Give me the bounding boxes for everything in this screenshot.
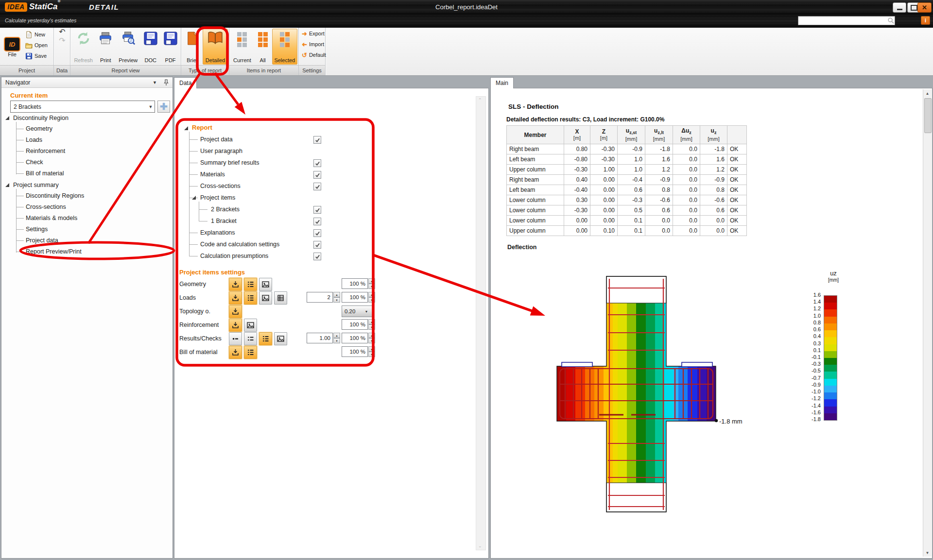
scale-stepper-value[interactable]: 100 % [342,346,368,357]
checkbox-calculation-presumptions[interactable] [313,253,321,260]
minimal-toggle-icon[interactable] [229,332,242,345]
spin-up-icon[interactable]: ▲ [368,346,375,352]
brief-report-button[interactable]: Brief [183,29,202,65]
detailed-report-button[interactable]: Detailed [203,29,228,65]
sidebar-group-discontinuity-region[interactable]: Discontinuity Region [5,112,166,123]
checkbox-materials[interactable] [313,171,321,179]
data-panel-scrollbar[interactable]: ⌃ ⌄ [476,96,486,550]
sidebar-item-check[interactable]: Check [26,157,166,168]
count-stepper-value[interactable]: 1.00 [307,333,333,343]
current-item-dropdown[interactable]: 2 Brackets ▼ [10,101,155,113]
expander-icon[interactable] [184,126,188,130]
spin-down-icon[interactable]: ▼ [368,284,375,289]
checkbox-project-data[interactable] [313,136,321,144]
sidebar-item-materials-models[interactable]: Materials & models [26,213,166,224]
spin-up-icon[interactable]: ▲ [368,333,375,338]
save-button[interactable]: Save [24,51,49,61]
report-tree-item-code-and-calculation-settings[interactable]: Code and calculation settings [184,238,476,250]
report-tree-item-summary-brief-results[interactable]: Summary brief results [184,157,476,169]
open-button[interactable]: Open [24,40,49,50]
list-toggle-icon[interactable] [244,346,257,359]
list-small-toggle-icon[interactable] [244,332,257,345]
insert-toggle-icon[interactable] [229,278,242,291]
report-tree-item-2-brackets[interactable]: 2 Brackets [184,204,476,215]
search-icon[interactable] [887,17,895,24]
report-tree-item-explanations[interactable]: Explanations [184,227,476,238]
report-tree-item-project-data[interactable]: Project data [184,134,476,145]
list-toggle-icon[interactable] [259,332,272,345]
insert-toggle-icon[interactable] [229,291,242,305]
insert-toggle-icon[interactable] [229,346,242,359]
main-panel-scrollbar[interactable]: ▲ ▼ [923,89,932,557]
scale-stepper-value[interactable]: 100 % [342,333,368,343]
scale-stepper-value[interactable]: 100 % [342,319,368,330]
picture-toggle-icon[interactable] [244,319,257,332]
count-stepper-value[interactable]: 2 [307,292,333,303]
checkbox-1-bracket[interactable] [313,218,321,225]
scale-dropdown[interactable]: 0.20▾ [342,305,373,317]
new-button[interactable]: New [24,30,49,39]
scroll-down-icon[interactable]: ▼ [923,549,932,557]
report-tree-item-materials[interactable]: Materials [184,169,476,180]
picture-toggle-icon[interactable] [274,332,287,345]
add-item-button[interactable]: ✚ [157,101,170,113]
tab-data[interactable]: Data [174,77,197,88]
sidebar-item-report-preview-print[interactable]: Report Preview/Print [26,246,166,257]
refresh-button[interactable]: Refresh [72,29,95,65]
picture-toggle-icon[interactable] [259,278,272,291]
checkbox-2-brackets[interactable] [313,206,321,214]
default-settings-button[interactable]: ↺ Default [300,50,324,60]
spin-down-icon[interactable]: ▼ [333,338,340,343]
doc-export-button[interactable]: DOC [141,29,160,65]
checkbox-code-and-calculation-settings[interactable] [313,241,321,249]
search-input[interactable] [798,17,887,24]
print-button[interactable]: Print [96,29,115,65]
report-tree-root[interactable]: Report [184,122,476,134]
sidebar-item-settings[interactable]: Settings [26,224,166,235]
list-toggle-icon[interactable] [244,291,257,305]
spin-up-icon[interactable]: ▲ [333,292,340,297]
file-button[interactable]: ID File [1,29,23,65]
sidebar-item-cross-sections[interactable]: Cross-sections [26,202,166,213]
pdf-export-button[interactable]: PDF [161,29,180,65]
expander-icon[interactable] [5,183,9,187]
scrollbar-thumb[interactable] [924,98,932,133]
close-button[interactable]: ✕ [917,2,932,13]
expander-icon[interactable] [5,116,9,120]
redo-icon[interactable]: ↷ [59,37,65,44]
report-tree-item-1-bracket[interactable]: 1 Bracket [184,215,476,227]
spin-up-icon[interactable]: ▲ [368,292,375,297]
table-toggle-icon[interactable] [274,291,287,305]
sidebar-item-discontinuity-regions[interactable]: Discontinuity Regions [26,190,166,202]
export-settings-button[interactable]: ➜ Export [300,29,324,38]
undo-icon[interactable]: ↶ [59,29,65,35]
sidebar-item-project-data[interactable]: Project data [26,235,166,246]
expander-icon[interactable] [192,196,196,200]
import-settings-button[interactable]: ➜ Import [300,39,324,49]
sidebar-item-loads[interactable]: Loads [26,135,166,146]
items-current-button[interactable]: Current [231,29,254,65]
minimize-button[interactable] [893,2,906,13]
spin-down-icon[interactable]: ▼ [368,352,375,357]
picture-toggle-icon[interactable] [259,291,272,305]
report-tree-item-user-paragraph[interactable]: User paragraph [184,145,476,157]
items-all-button[interactable]: All [255,29,271,65]
scroll-up-icon[interactable]: ⌃ [478,98,483,102]
insert-toggle-icon[interactable] [229,305,242,318]
report-tree-item-project-items[interactable]: Project items [184,192,476,204]
scale-stepper-value[interactable]: 100 % [342,278,368,289]
checkbox-cross-sections[interactable] [313,183,321,190]
checkbox-explanations[interactable] [313,229,321,237]
panel-menu-icon[interactable]: ▼ [153,80,157,85]
sidebar-item-reinforcement[interactable]: Reinforcement [26,146,166,157]
spin-up-icon[interactable]: ▲ [368,278,375,284]
tab-main[interactable]: Main [490,77,514,88]
sidebar-item-bill-of-material[interactable]: Bill of material [26,168,166,179]
sidebar-group-project-summary[interactable]: Project summary [5,179,166,190]
spin-up-icon[interactable]: ▲ [368,319,375,324]
scale-stepper-value[interactable]: 100 % [342,292,368,303]
report-tree-item-calculation-presumptions[interactable]: Calculation presumptions [184,250,476,262]
preview-button[interactable]: Preview [116,29,140,65]
pin-icon[interactable] [164,79,169,86]
sidebar-item-geometry[interactable]: Geometry [26,123,166,135]
